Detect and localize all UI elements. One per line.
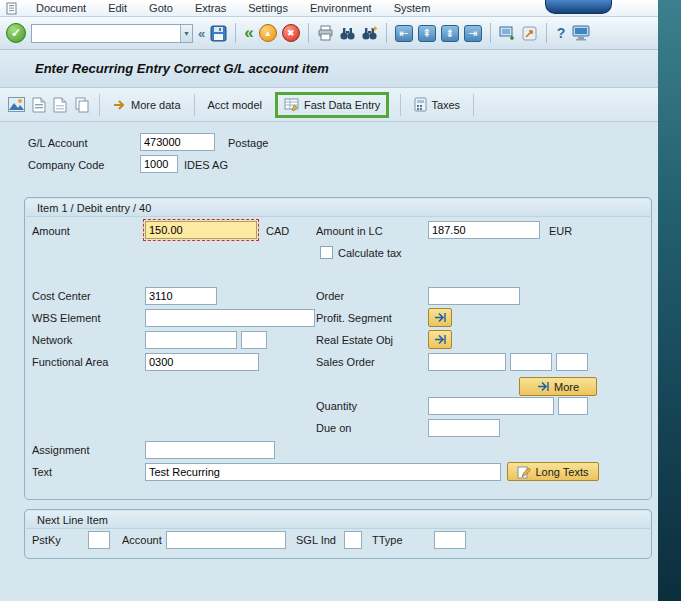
long-texts-button[interactable]: Long Texts <box>507 462 599 481</box>
cancel-button[interactable]: ✖ <box>282 24 300 42</box>
menu-system[interactable]: System <box>383 1 442 16</box>
display-document-button[interactable] <box>53 97 67 113</box>
copy-button[interactable] <box>74 97 90 113</box>
chevron-down-icon[interactable]: ▼ <box>180 25 192 42</box>
cost-center-field[interactable] <box>145 287 217 305</box>
menu-document[interactable]: Document <box>25 1 97 16</box>
enter-button[interactable]: ✓ <box>6 23 26 43</box>
toolbar-separator <box>473 94 474 116</box>
network-label: Network <box>32 334 72 347</box>
last-page-button[interactable]: ⇥ <box>464 25 482 42</box>
due-on-label: Due on <box>316 422 351 435</box>
back-icon: « <box>244 25 253 41</box>
item-group-box: Item 1 / Debit entry / 40 <box>24 197 652 500</box>
wbs-element-field[interactable] <box>145 309 315 327</box>
order-field[interactable] <box>428 287 520 305</box>
fast-data-entry-button[interactable]: Fast Data Entry <box>284 98 380 112</box>
real-estate-detail-button[interactable] <box>428 330 452 349</box>
find-next-button[interactable] <box>361 25 378 42</box>
new-session-button[interactable] <box>499 25 516 42</box>
company-code-field[interactable] <box>140 155 178 173</box>
text-field[interactable] <box>145 463 501 481</box>
next-page-button[interactable]: ⇟ <box>441 25 459 42</box>
find-icon <box>339 25 356 42</box>
profit-segment-detail-button[interactable] <box>428 308 452 327</box>
order-label: Order <box>316 290 344 303</box>
menu-settings[interactable]: Settings <box>237 1 299 16</box>
sap-gui-screen: Document Edit Goto Extras Settings Envir… <box>0 0 681 601</box>
last-page-icon: ⇥ <box>468 27 477 40</box>
command-input[interactable] <box>32 26 180 41</box>
document-menu-icon <box>6 2 21 15</box>
exit-button[interactable]: ▲ <box>259 24 277 42</box>
toolbar-separator <box>546 23 547 43</box>
more-data-button[interactable]: More data <box>109 97 185 113</box>
pencil-icon <box>517 465 531 479</box>
document-overview-button[interactable] <box>8 97 25 112</box>
command-field[interactable]: ▼ <box>31 24 193 43</box>
due-on-field[interactable] <box>428 419 500 437</box>
gl-account-field[interactable] <box>140 133 215 151</box>
detail-arrow-icon <box>434 334 447 345</box>
more-button-label: More <box>554 381 579 393</box>
monitor-icon <box>572 25 590 41</box>
ttype-field[interactable] <box>434 531 466 549</box>
sap-logo <box>545 0 612 14</box>
menu-edit[interactable]: Edit <box>97 1 138 16</box>
copy-icon <box>74 97 90 113</box>
menu-goto[interactable]: Goto <box>138 1 184 16</box>
functional-area-field[interactable] <box>145 353 259 371</box>
pstky-field[interactable] <box>88 531 110 549</box>
find-button[interactable] <box>339 25 356 42</box>
quantity-field[interactable] <box>428 397 554 415</box>
find-next-icon <box>361 25 378 42</box>
company-code-description: IDES AG <box>184 159 228 172</box>
assignment-field[interactable] <box>145 441 275 459</box>
network-field[interactable] <box>145 331 237 349</box>
acct-model-button[interactable]: Acct model <box>204 97 266 113</box>
content-area: G/L Account Postage Company Code IDES AG… <box>0 122 658 601</box>
assignment-label: Assignment <box>32 444 89 457</box>
back-button[interactable]: « <box>244 25 253 41</box>
gl-account-description: Postage <box>228 137 268 150</box>
cancel-icon: ✖ <box>287 28 295 38</box>
menu-extras[interactable]: Extras <box>184 1 237 16</box>
toolbar-separator <box>386 23 387 43</box>
more-arrow-icon <box>537 381 550 392</box>
amount-label: Amount <box>32 225 70 238</box>
collapse-icon: « <box>198 26 205 41</box>
help-button[interactable]: ? <box>555 25 568 41</box>
save-button[interactable] <box>210 25 227 42</box>
real-estate-label: Real Estate Obj <box>316 334 393 347</box>
quantity-unit-field[interactable] <box>558 397 588 415</box>
taxes-label: Taxes <box>431 99 460 111</box>
functional-area-label: Functional Area <box>32 356 108 369</box>
gl-account-label: G/L Account <box>28 137 88 150</box>
sales-order-item-field[interactable] <box>510 353 552 371</box>
customize-layout-button[interactable] <box>572 25 590 41</box>
amount-lc-field[interactable] <box>428 221 540 239</box>
print-icon <box>317 25 334 42</box>
amount-field[interactable] <box>145 221 257 239</box>
next-line-item-title: Next Line Item <box>26 511 650 529</box>
print-button[interactable] <box>317 25 334 42</box>
help-icon: ? <box>555 25 568 41</box>
acct-model-label: Acct model <box>208 99 262 111</box>
network-activity-field[interactable] <box>241 331 267 349</box>
text-label: Text <box>32 466 52 479</box>
application-toolbar: More data Acct model Fast Data Entry <box>0 88 658 122</box>
more-button[interactable]: More <box>519 377 597 396</box>
previous-page-button[interactable]: ⇞ <box>418 25 436 42</box>
calculate-tax-checkbox[interactable] <box>320 246 333 259</box>
create-shortcut-button[interactable] <box>521 25 538 42</box>
account-field[interactable] <box>166 531 286 549</box>
first-page-button[interactable]: ⇤ <box>395 25 413 42</box>
sales-order-schedule-field[interactable] <box>556 353 588 371</box>
menu-environment[interactable]: Environment <box>299 1 383 16</box>
previous-page-icon: ⇞ <box>422 27 431 40</box>
taxes-button[interactable]: Taxes <box>410 95 464 114</box>
display-document-header-button[interactable] <box>32 97 46 113</box>
sales-order-field[interactable] <box>428 353 506 371</box>
collapse-command-button[interactable]: « <box>198 26 205 41</box>
sgl-ind-field[interactable] <box>344 531 362 549</box>
